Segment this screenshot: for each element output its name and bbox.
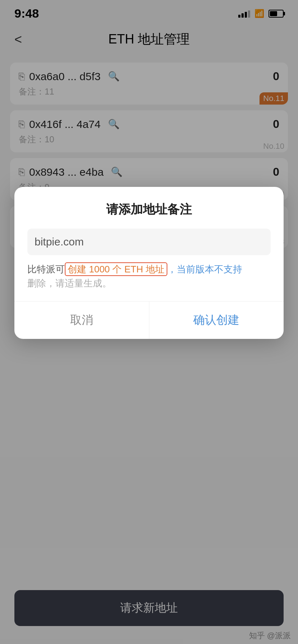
hint-prefix: 比特派可: [27, 264, 65, 275]
hint-suffix: 删除，请适量生成。: [27, 278, 112, 289]
modal-hint: 比特派可创建 1000 个 ETH 地址，当前版本不支持 删除，请适量生成。: [27, 262, 271, 290]
cancel-button[interactable]: 取消: [14, 302, 149, 339]
modal-actions: 取消 确认创建: [14, 301, 284, 339]
modal-dialog: 请添加地址备注 比特派可创建 1000 个 ETH 地址，当前版本不支持 删除，…: [14, 187, 284, 339]
hint-highlight: 创建 1000 个 ETH 地址: [65, 262, 167, 276]
hint-middle: ，当前版本不支持: [167, 264, 242, 275]
note-input[interactable]: [27, 229, 271, 255]
modal-title: 请添加地址备注: [27, 201, 271, 218]
confirm-button[interactable]: 确认创建: [149, 302, 284, 339]
